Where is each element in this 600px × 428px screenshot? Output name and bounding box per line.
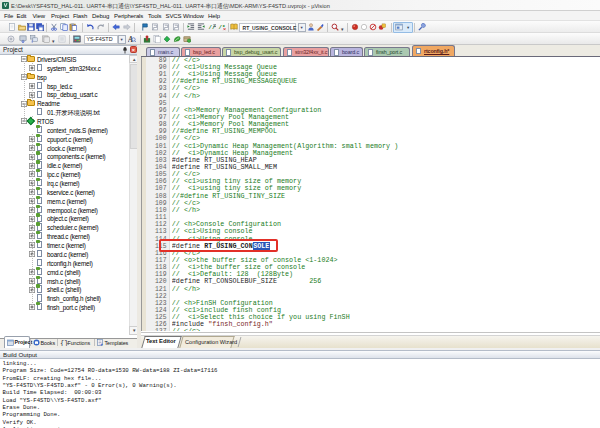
svg-text:+: + [100, 342, 103, 346]
svg-text:A: A [128, 35, 133, 43]
